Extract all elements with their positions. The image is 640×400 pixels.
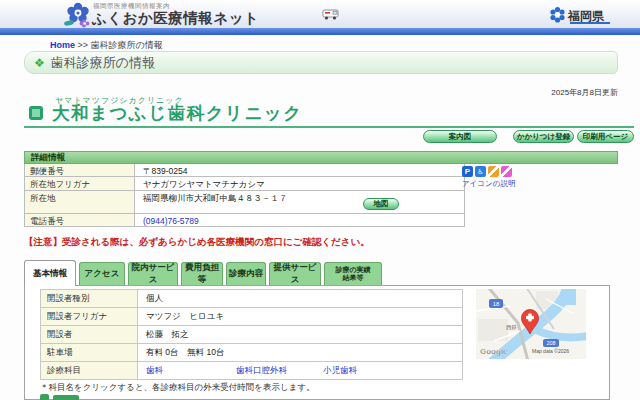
kakaritsuke-register-button[interactable]: かかりつけ登録: [513, 130, 574, 143]
header-accent-bar: [0, 28, 640, 35]
table-row: 開設者フリガナ マツフジ ヒロユキ: [41, 308, 462, 326]
section-header: ❖ 歯科診療所の情報: [24, 51, 618, 74]
clipped-section-icon: [40, 394, 49, 400]
row-value: 福岡県柳川市大和町中島４８３－１７: [135, 191, 464, 213]
breadcrumb-separator: >>: [78, 40, 89, 50]
row-label: 診療科目: [41, 362, 138, 379]
row-label: 所在地: [25, 191, 135, 213]
print-page-button[interactable]: 印刷用ページ: [577, 130, 634, 143]
breadcrumb-current: 歯科診療所の情報: [91, 40, 163, 50]
tab-treatment-content[interactable]: 診療内容: [226, 262, 266, 285]
tab-in-hospital-services[interactable]: 院内サービス: [128, 262, 178, 285]
row-label: 郵便番号: [25, 164, 135, 176]
tab-costs[interactable]: 費用負担等: [181, 262, 223, 285]
guide-map-button[interactable]: 案内図: [423, 130, 497, 143]
department-note: ＊科目名をクリックすると、各診療科目の外来受付時間を表示します。: [40, 382, 315, 394]
row-value: マツフジ ヒロユキ: [138, 308, 462, 325]
table-row: 所在地フリガナ ヤナガワシヤマトマチナカシマ: [25, 177, 464, 191]
table-row: 開設者種別 個人: [41, 290, 462, 308]
station-label: 西鉄: [506, 324, 518, 331]
parking-icon: P: [462, 166, 473, 177]
row-label: 電話番号: [25, 214, 135, 226]
svg-text:208: 208: [546, 340, 555, 346]
tab-provided-services[interactable]: 提供サービス: [269, 262, 321, 285]
row-label: 開設者: [41, 326, 138, 343]
barrier-free-icon: ♿: [475, 166, 486, 177]
basic-info-table: 開設者種別 個人 開設者フリガナ マツフジ ヒロユキ 開設者 松藤 拓之 駐車場…: [40, 289, 463, 380]
table-row: 郵便番号 〒839-0254: [25, 164, 464, 177]
breadcrumb-home-link[interactable]: Home: [50, 40, 75, 50]
table-row: 診療科目 歯科歯科口腔外科小児歯科: [41, 362, 462, 380]
row-value: 松藤 拓之: [138, 326, 462, 343]
dept-link-dentistry[interactable]: 歯科: [146, 365, 236, 377]
row-label: 開設者フリガナ: [41, 308, 138, 325]
details-header: 詳細情報: [24, 151, 618, 164]
table-row: 所在地 福岡県柳川市大和町中島４８３－１７ 地図: [25, 191, 464, 214]
row-label: 駐車場: [41, 344, 138, 361]
facility-icons: P ♿: [462, 166, 512, 177]
clinic-bullet-icon: [29, 106, 43, 120]
location-map[interactable]: 18 208 西鉄 Google Map data ©2026: [476, 289, 586, 359]
route-shield-18: 18: [489, 299, 503, 308]
icon-help-link[interactable]: アイコンの説明: [462, 179, 515, 189]
top-header: 福岡県医療機関情報案内 ふくおか医療情報ネット 福岡県: [0, 0, 640, 28]
clinic-name: 大和まつふじ歯科クリニック: [52, 101, 303, 125]
svg-text:18: 18: [493, 301, 500, 307]
site-title[interactable]: ふくおか医療情報ネット: [92, 9, 259, 28]
section-title: 歯科診療所の情報: [51, 54, 155, 72]
table-row: 開設者 松藤 拓之: [41, 326, 462, 344]
row-label: 開設者種別: [41, 290, 138, 307]
title-divider: [24, 126, 634, 128]
service-orange-icon: [488, 166, 499, 177]
clover-icon: ❖: [34, 56, 45, 70]
updated-date: 2025年8月8日更新: [551, 87, 618, 98]
route-shield-208: 208: [543, 339, 559, 347]
details-table: 郵便番号 〒839-0254 所在地フリガナ ヤナガワシヤマトマチナカシマ 所在…: [24, 164, 465, 227]
row-value: 〒839-0254: [135, 164, 464, 176]
row-value: ヤナガワシヤマトマチナカシマ: [135, 177, 464, 190]
prefecture-logo-icon: [549, 6, 566, 24]
map-copyright: Map data ©2026: [532, 348, 569, 354]
dept-link-oral-surgery[interactable]: 歯科口腔外科: [236, 365, 323, 377]
service-pink-icon: [501, 166, 512, 177]
tab-treatment-results[interactable]: 診療の実績 結果等: [324, 262, 382, 285]
phone-link[interactable]: (0944)76-5789: [143, 216, 199, 226]
google-logo: Google: [480, 347, 508, 356]
ambulance-icon: [322, 8, 340, 21]
notice-text: 【注意】受診される際は、必ずあらかじめ各医療機関の窓口にご確認ください。: [24, 236, 370, 249]
row-label: 所在地フリガナ: [25, 177, 135, 190]
row-value: 有料 0台 無料 10台: [138, 344, 462, 361]
prefecture-logo-subtext: [570, 22, 610, 24]
tab-basic-info[interactable]: 基本情報: [24, 260, 76, 286]
row-value: 個人: [138, 290, 462, 307]
clipped-section-text: [53, 395, 79, 400]
tab-access[interactable]: アクセス: [79, 262, 125, 285]
site-logo-flower-icon: [62, 2, 96, 28]
table-row: 電話番号 (0944)76-5789: [25, 214, 464, 227]
table-row: 駐車場 有料 0台 無料 10台: [41, 344, 462, 362]
map-button[interactable]: 地図: [363, 198, 399, 210]
dept-link-pediatric-dentistry[interactable]: 小児歯科: [323, 365, 357, 377]
